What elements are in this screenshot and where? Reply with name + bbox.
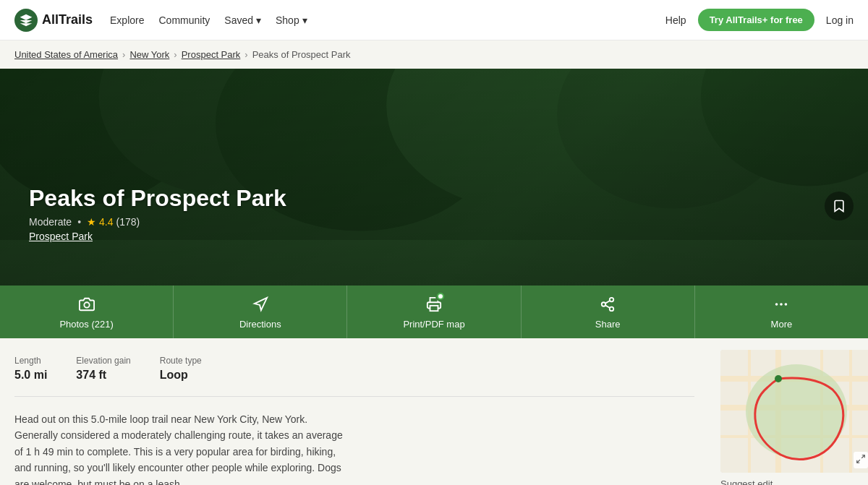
star-icon: ★ bbox=[87, 216, 96, 228]
meta-separator: • bbox=[77, 216, 81, 228]
photos-action[interactable]: Photos (221) bbox=[0, 286, 174, 338]
save-button[interactable] bbox=[825, 192, 854, 220]
main-content: Length 5.0 mi Elevation gain 374 ft Rout… bbox=[0, 338, 868, 485]
more-label: More bbox=[771, 319, 793, 330]
breadcrumb-sep-1: › bbox=[122, 49, 125, 60]
svg-point-10 bbox=[84, 302, 89, 307]
svg-point-18 bbox=[780, 304, 782, 305]
content-area: Length 5.0 mi Elevation gain 374 ft Rout… bbox=[0, 338, 709, 485]
hero-meta: Moderate • ★ 4.4 (178) bbox=[29, 216, 286, 228]
hero-image: Peaks of Prospect Park Moderate • ★ 4.4 … bbox=[0, 69, 868, 286]
directions-action[interactable]: Directions bbox=[174, 286, 347, 338]
svg-line-32 bbox=[857, 460, 860, 463]
login-link[interactable]: Log in bbox=[826, 14, 854, 26]
breadcrumb-sep-3: › bbox=[244, 49, 247, 60]
svg-point-19 bbox=[786, 304, 787, 305]
route-type-label: Route type bbox=[160, 356, 202, 366]
chevron-down-icon: ▾ bbox=[256, 14, 261, 26]
breadcrumb-sep-2: › bbox=[174, 49, 176, 60]
trail-description: Head out on this 5.0-mile loop trail nea… bbox=[14, 411, 347, 485]
svg-rect-12 bbox=[430, 306, 438, 311]
length-label: Length bbox=[14, 356, 47, 366]
elevation-value: 374 ft bbox=[76, 369, 130, 382]
stat-route-type: Route type Loop bbox=[160, 356, 202, 382]
help-link[interactable]: Help bbox=[665, 14, 686, 26]
share-label: Share bbox=[595, 319, 621, 330]
nav-saved[interactable]: Saved ▾ bbox=[224, 14, 261, 26]
nav-links: Explore Community Saved ▾ Shop ▾ bbox=[110, 14, 307, 26]
nav-shop[interactable]: Shop ▾ bbox=[276, 14, 307, 26]
length-value: 5.0 mi bbox=[14, 369, 47, 382]
trail-stats: Length 5.0 mi Elevation gain 374 ft Rout… bbox=[14, 356, 694, 382]
svg-line-17 bbox=[605, 301, 610, 304]
stat-length: Length 5.0 mi bbox=[14, 356, 47, 382]
logo-text: AllTrails bbox=[42, 12, 93, 27]
elevation-label: Elevation gain bbox=[76, 356, 130, 366]
expand-map-icon[interactable] bbox=[854, 452, 868, 468]
hero-content: Peaks of Prospect Park Moderate • ★ 4.4 … bbox=[29, 185, 286, 242]
logo-icon bbox=[14, 9, 38, 32]
trail-title: Peaks of Prospect Park bbox=[29, 185, 286, 212]
more-action[interactable]: More bbox=[695, 286, 868, 338]
nav-community[interactable]: Community bbox=[159, 14, 210, 26]
trail-actions-bar: Photos (221) Directions Print/PDF map Sh… bbox=[0, 286, 868, 338]
print-label: Print/PDF map bbox=[403, 319, 464, 330]
breadcrumb-usa[interactable]: United States of America bbox=[14, 49, 118, 60]
park-link[interactable]: Prospect Park bbox=[29, 231, 286, 242]
svg-line-16 bbox=[605, 305, 610, 308]
alltrails-logo[interactable]: AllTrails bbox=[14, 9, 93, 32]
sidebar: Suggest edit Nearby trails Show more bbox=[709, 338, 868, 485]
svg-line-31 bbox=[861, 455, 864, 458]
breadcrumb: United States of America › New York › Pr… bbox=[0, 40, 868, 69]
svg-point-30 bbox=[775, 375, 782, 382]
nav-right: Help Try AllTrails+ for free Log in bbox=[665, 9, 854, 31]
try-alltrails-button[interactable]: Try AllTrails+ for free bbox=[698, 9, 814, 31]
svg-point-15 bbox=[610, 307, 614, 312]
chevron-down-icon: ▾ bbox=[302, 14, 307, 26]
navbar: AllTrails Explore Community Saved ▾ Shop… bbox=[0, 0, 868, 40]
rating-count: (178) bbox=[116, 216, 140, 228]
difficulty-badge: Moderate bbox=[29, 216, 72, 228]
directions-icon bbox=[250, 294, 271, 314]
nav-explore[interactable]: Explore bbox=[110, 14, 144, 26]
svg-point-14 bbox=[602, 302, 606, 306]
rating-stars: ★ 4.4 (178) bbox=[87, 216, 140, 228]
rating-value: 4.4 bbox=[99, 216, 113, 228]
svg-marker-11 bbox=[255, 298, 267, 310]
svg-point-20 bbox=[776, 304, 778, 305]
share-action[interactable]: Share bbox=[522, 286, 695, 338]
suggest-edit-link[interactable]: Suggest edit bbox=[720, 478, 856, 485]
route-type-value: Loop bbox=[160, 369, 202, 382]
directions-label: Directions bbox=[239, 319, 281, 330]
breadcrumb-park[interactable]: Prospect Park bbox=[182, 49, 241, 60]
photos-label: Photos (221) bbox=[59, 319, 113, 330]
breadcrumb-ny[interactable]: New York bbox=[129, 49, 169, 60]
share-icon bbox=[597, 294, 618, 314]
more-icon bbox=[771, 294, 791, 314]
camera-icon bbox=[77, 294, 97, 314]
svg-point-13 bbox=[610, 298, 614, 302]
breadcrumb-current: Peaks of Prospect Park bbox=[252, 49, 351, 60]
stat-elevation: Elevation gain 374 ft bbox=[76, 356, 130, 382]
trail-map[interactable] bbox=[720, 350, 868, 473]
print-action[interactable]: Print/PDF map bbox=[347, 286, 521, 338]
